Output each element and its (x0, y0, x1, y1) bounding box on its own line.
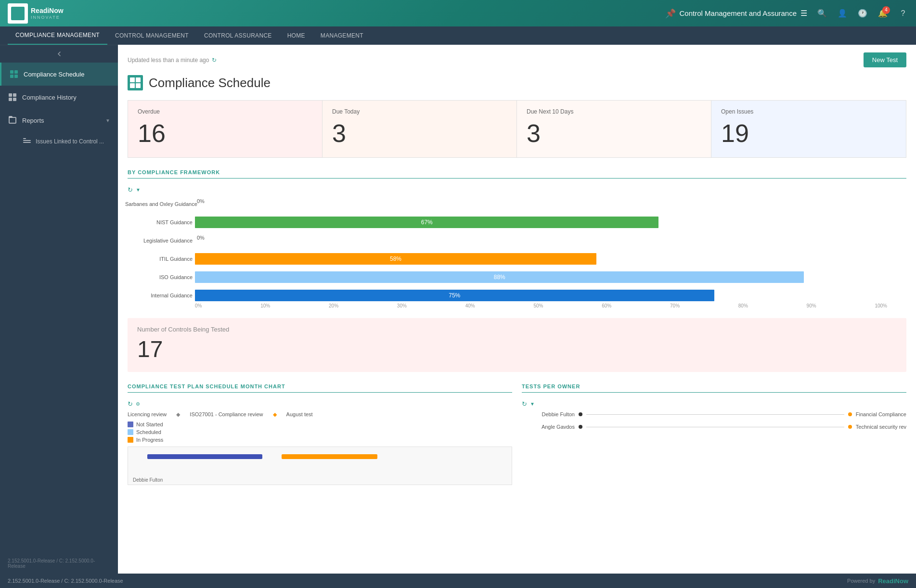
due-next-value: 3 (527, 121, 701, 146)
legend-in-progress: In Progress (128, 437, 512, 443)
bar-zero-label: 0% (197, 198, 205, 204)
schedule-chart-header: COMPLIANCE TEST PLAN SCHEDULE MONTH CHAR… (128, 383, 512, 393)
stat-card-due-today[interactable]: Due Today 3 (323, 101, 517, 157)
sidebar: Compliance Schedule Compliance History R… (0, 45, 118, 574)
sidebar-item-compliance-history[interactable]: Compliance History (0, 86, 118, 109)
schedule-settings-icon[interactable]: ⚙ (136, 401, 140, 407)
owner-dropdown-icon[interactable]: ▼ (530, 401, 535, 407)
owner-chart-controls: ↻ ▼ (522, 400, 906, 408)
notification-icon[interactable]: 🔔 4 (877, 8, 888, 19)
schedule-chart-controls: ↻ ⚙ (128, 400, 512, 408)
logo-sub: INNOVATE (31, 15, 64, 20)
stat-card-overdue[interactable]: Overdue 16 (128, 101, 323, 157)
bar-track: 75% (195, 290, 887, 301)
issues-linked-icon (22, 137, 32, 146)
bar-chart: Sarbanes and Oxley Guidance0%NIST Guidan… (128, 198, 906, 301)
nav-item-control-assurance[interactable]: CONTROL ASSURANCE (196, 26, 280, 45)
stat-card-due-next-10[interactable]: Due Next 10 Days 3 (517, 101, 711, 157)
schedule-items-labels: Licencing review ◆ ISO27001 - Compliance… (128, 411, 512, 418)
legend-scheduled: Scheduled (128, 429, 512, 435)
new-test-button[interactable]: New Test (864, 52, 906, 67)
chart-controls: ↻ ▼ (128, 186, 906, 193)
pin-icon: 📌 (665, 8, 676, 19)
nav-item-management[interactable]: MANAGEMENT (313, 26, 371, 45)
owner-line-1 (586, 414, 844, 415)
tests-per-owner-header: TESTS PER OWNER (522, 383, 906, 393)
bar-row-internal-guidance: Internal Guidance75% (195, 290, 887, 301)
app-title-area: 📌 Control Management and Assurance ☰ (665, 8, 807, 19)
bar-fill: 75% (195, 290, 714, 301)
stat-card-open-issues[interactable]: Open Issues 19 (711, 101, 906, 157)
schedule-refresh-icon[interactable]: ↻ (128, 400, 133, 408)
main-layout: Compliance Schedule Compliance History R… (0, 45, 916, 574)
page-title: Compliance Schedule (149, 76, 271, 90)
bar-row-legislative-guidance: Legislative Guidance0% (195, 235, 887, 246)
logo-icon (11, 7, 25, 20)
compliance-history-icon (8, 92, 17, 102)
sidebar-item-label-reports: Reports (22, 117, 44, 124)
schedule-chart-section: COMPLIANCE TEST PLAN SCHEDULE MONTH CHAR… (128, 383, 512, 485)
powered-by-text: Powered by (847, 578, 875, 584)
refresh-icon[interactable]: ↻ (212, 57, 217, 64)
owner-row-2: Angle Gavdos Technical security rev (522, 424, 906, 430)
nav-bar: COMPLIANCE MANAGEMENT CONTROL MANAGEMENT… (0, 26, 916, 45)
schedule-item-separator-1: ◆ (176, 411, 180, 418)
gantt-chart: Debbie Fulton (128, 447, 512, 485)
bar-fill: 58% (195, 253, 596, 265)
powered-by: Powered by ReadiNow (847, 577, 908, 585)
bar-track: 0% (195, 235, 887, 246)
schedule-item-dot: ◆ (273, 411, 277, 418)
reports-toggle-icon: ▼ (105, 118, 110, 123)
sidebar-item-label-issues-linked: Issues Linked to Control ... (36, 138, 104, 145)
content-area: Updated less than a minute ago ↻ New Tes… (118, 45, 916, 574)
gantt-bar-1 (147, 454, 262, 459)
version-text: 2.152.5001.0-Release / C: 2.152.5000.0-R… (8, 558, 110, 569)
overdue-label: Overdue (138, 108, 312, 115)
overdue-value: 16 (138, 121, 312, 146)
history-icon[interactable]: 🕐 (857, 8, 868, 19)
hamburger-icon[interactable]: ☰ (800, 9, 807, 18)
collapse-sidebar-button[interactable] (0, 45, 118, 63)
chart-dropdown-icon[interactable]: ▼ (136, 187, 141, 192)
due-next-label: Due Next 10 Days (527, 108, 701, 115)
nav-item-control-management[interactable]: CONTROL MANAGEMENT (107, 26, 196, 45)
logo-text-area: ReadiNow INNOVATE (31, 7, 64, 20)
help-icon[interactable]: ? (898, 8, 908, 19)
bar-row-itil-guidance: ITIL Guidance58% (195, 253, 887, 265)
owner-line-2 (586, 427, 844, 427)
sidebar-item-issues-linked[interactable]: Issues Linked to Control ... (0, 132, 118, 151)
top-bar: ReadiNow INNOVATE 📌 Control Management a… (0, 0, 916, 26)
sidebar-item-compliance-schedule[interactable]: Compliance Schedule (0, 63, 118, 86)
chart-refresh-icon[interactable]: ↻ (128, 186, 133, 193)
legend-not-started: Not Started (128, 422, 512, 427)
bottom-charts: COMPLIANCE TEST PLAN SCHEDULE MONTH CHAR… (128, 383, 906, 485)
open-issues-value: 19 (721, 121, 896, 146)
bar-label: NIST Guidance (125, 219, 193, 225)
gantt-row-1 (128, 451, 512, 462)
bar-label: ITIL Guidance (125, 256, 193, 262)
bar-row-sarbanes-and-oxley-guidance: Sarbanes and Oxley Guidance0% (195, 198, 887, 210)
tests-per-owner-section: TESTS PER OWNER ↻ ▼ Debbie Fulton Financ… (522, 383, 906, 485)
nav-item-compliance-management[interactable]: COMPLIANCE MANAGEMENT (8, 26, 107, 45)
owner-row-1: Debbie Fulton Financial Compliance (522, 411, 906, 417)
sidebar-footer: 2.152.5001.0-Release / C: 2.152.5000.0-R… (0, 553, 118, 574)
search-icon[interactable]: 🔍 (817, 8, 827, 19)
in-progress-label: In Progress (136, 437, 163, 443)
stat-cards: Overdue 16 Due Today 3 Due Next 10 Days … (128, 100, 906, 158)
owner-refresh-icon[interactable]: ↻ (522, 400, 527, 408)
due-today-label: Due Today (332, 108, 507, 115)
framework-section-header: BY COMPLIANCE FRAMEWORK (128, 169, 906, 179)
sidebar-item-reports[interactable]: Reports ▼ (0, 109, 118, 132)
owner-end-dot-2 (848, 425, 852, 429)
updated-text: Updated less than a minute ago ↻ (128, 57, 217, 64)
reports-icon (8, 115, 17, 125)
user-icon[interactable]: 👤 (837, 8, 848, 19)
controls-tested-value: 17 (137, 336, 897, 362)
bar-label: Internal Guidance (125, 293, 193, 298)
gantt-owner-label: Debbie Fulton (133, 477, 163, 483)
status-bar: 2.152.5001.0-Release / C: 2.152.5000.0-R… (0, 574, 916, 588)
nav-item-home[interactable]: HOME (280, 26, 313, 45)
open-issues-label: Open Issues (721, 108, 896, 115)
owner-end-dot-1 (848, 412, 852, 416)
bar-track: 58% (195, 253, 887, 265)
